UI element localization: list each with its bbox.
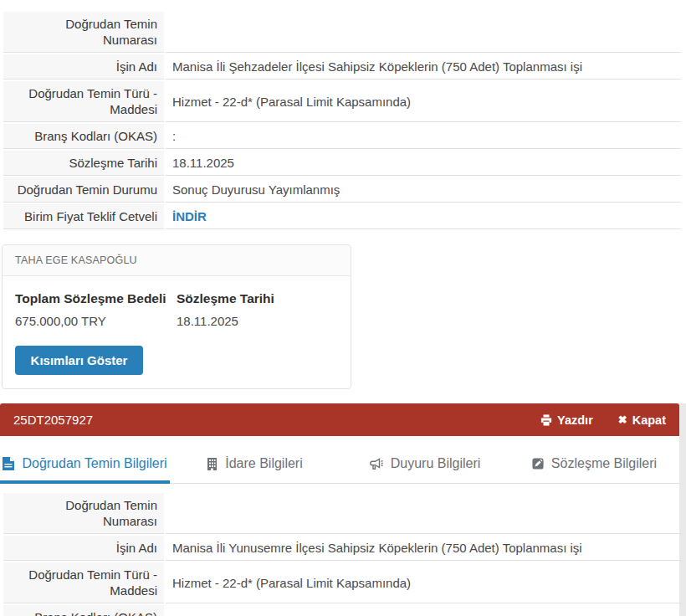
tab-dogrudan-temin-bilgileri[interactable]: Doğrudan Temin Bilgileri xyxy=(0,447,170,483)
contractor-name: TAHA EGE KASAPOĞLU xyxy=(3,245,351,276)
table-row: Doğrudan Temin Numarası xyxy=(3,493,681,534)
table-row: Sözleşme Tarihi18.11.2025 xyxy=(3,151,681,176)
print-button-label: Yazdır xyxy=(557,413,593,427)
field-label: İşin Adı xyxy=(3,54,164,80)
close-button[interactable]: ✖ Kapat xyxy=(618,413,666,427)
field-label: Branş Kodları (OKAS) xyxy=(3,124,164,149)
field-value xyxy=(166,605,681,616)
direct-procurement-details-top: Doğrudan Temin Numarasıİşin AdıManisa İl… xyxy=(0,0,686,231)
table-row: Doğrudan Temin DurumuSonuç Duyurusu Yayı… xyxy=(3,177,681,203)
modal-header-actions: Yazdır ✖ Kapat xyxy=(540,413,666,427)
field-value: Hizmet - 22-d* (Parasal Limit Kapsamında… xyxy=(166,562,681,603)
printer-icon xyxy=(540,414,552,426)
tab-label: Duyuru Bilgileri xyxy=(391,456,481,471)
megaphone-icon xyxy=(369,458,383,470)
field-label: Birim Fiyat Teklif Cetveli xyxy=(3,204,164,229)
document-icon xyxy=(3,457,14,470)
contract-date-label: Sözleşme Tarihi xyxy=(177,291,338,306)
total-contract-amount-value: 675.000,00 TRY xyxy=(15,314,177,328)
detail-table-modal: Doğrudan Temin Numarasıİşin AdıManisa İl… xyxy=(2,491,683,616)
field-label: Sözleşme Tarihi xyxy=(3,151,164,176)
close-icon: ✖ xyxy=(618,413,627,426)
procurement-number: 25DT2057927 xyxy=(13,413,93,427)
field-label: Doğrudan Temin Türü - Maddesi xyxy=(3,562,164,603)
modal-tabs: Doğrudan Temin Bilgileri İdare Bilgiler xyxy=(0,436,679,484)
tab-idare-bilgileri[interactable]: İdare Bilgileri xyxy=(170,447,340,483)
field-label: Doğrudan Temin Türü - Maddesi xyxy=(3,81,164,122)
field-value xyxy=(166,493,681,534)
close-button-label: Kapat xyxy=(632,413,666,427)
tab-duyuru-bilgileri[interactable]: Duyuru Bilgileri xyxy=(340,447,509,483)
field-value: 18.11.2025 xyxy=(166,151,681,176)
show-lots-button[interactable]: Kısımları Göster xyxy=(15,346,143,375)
tab-label: Sözleşme Bilgileri xyxy=(551,456,657,471)
detail-table-top: Doğrudan Temin Numarasıİşin AdıManisa İl… xyxy=(2,10,683,231)
contract-date-value: 18.11.2025 xyxy=(177,314,338,328)
contract-date-field: Sözleşme Tarihi 18.11.2025 xyxy=(177,291,338,328)
field-label: Doğrudan Temin Numarası xyxy=(3,12,164,53)
table-row: Branş Kodları (OKAS): xyxy=(3,124,681,149)
contractor-card-body: Toplam Sözleşme Bedeli 675.000,00 TRY Sö… xyxy=(3,276,351,388)
field-label: Doğrudan Temin Numarası xyxy=(3,493,164,534)
total-contract-amount-field: Toplam Sözleşme Bedeli 675.000,00 TRY xyxy=(15,291,177,328)
table-row: Doğrudan Temin Türü - MaddesiHizmet - 22… xyxy=(3,562,681,603)
tab-label: Doğrudan Temin Bilgileri xyxy=(22,456,166,471)
table-row: Branş Kodları (OKAS) xyxy=(3,605,681,616)
total-contract-amount-label: Toplam Sözleşme Bedeli xyxy=(15,291,177,306)
procurement-detail-modal: 25DT2057927 Yazdır ✖ Kapat xyxy=(0,403,679,616)
print-button[interactable]: Yazdır xyxy=(540,413,593,427)
field-label: İşin Adı xyxy=(3,536,164,561)
field-value xyxy=(166,12,681,53)
pencil-square-icon xyxy=(532,458,544,470)
field-value: Manisa İli Şehzadeler İlçesi Sahipsiz Kö… xyxy=(166,54,681,80)
table-row: Doğrudan Temin Numarası xyxy=(3,12,681,53)
field-value: İNDİR xyxy=(166,204,681,229)
field-value: Sonuç Duyurusu Yayımlanmış xyxy=(166,177,681,203)
field-value: Manisa İli Yunusemre İlçesi Sahipsiz Köp… xyxy=(166,536,681,561)
table-row: İşin AdıManisa İli Yunusemre İlçesi Sahi… xyxy=(3,536,681,561)
download-link[interactable]: İNDİR xyxy=(172,209,207,223)
tab-sozlesme-bilgileri[interactable]: Sözleşme Bilgileri xyxy=(509,447,679,483)
field-label: Doğrudan Temin Durumu xyxy=(3,177,164,203)
table-row: Birim Fiyat Teklif CetveliİNDİR xyxy=(3,204,681,229)
table-row: İşin AdıManisa İli Şehzadeler İlçesi Sah… xyxy=(3,54,681,80)
field-value: : xyxy=(166,124,681,149)
table-row: Doğrudan Temin Türü - MaddesiHizmet - 22… xyxy=(3,81,681,122)
tab-label: İdare Bilgileri xyxy=(225,456,302,471)
direct-procurement-details-modal: Doğrudan Temin Numarasıİşin AdıManisa İl… xyxy=(0,484,679,616)
contractor-card: TAHA EGE KASAPOĞLU Toplam Sözleşme Bedel… xyxy=(2,244,351,389)
contractor-fields: Toplam Sözleşme Bedeli 675.000,00 TRY Sö… xyxy=(15,291,338,328)
modal-region: 25DT2057927 Yazdır ✖ Kapat xyxy=(0,403,686,616)
building-icon xyxy=(207,458,218,470)
field-value: Hizmet - 22-d* (Parasal Limit Kapsamında… xyxy=(166,81,681,122)
modal-header: 25DT2057927 Yazdır ✖ Kapat xyxy=(0,403,679,436)
field-label: Branş Kodları (OKAS) xyxy=(3,605,164,616)
